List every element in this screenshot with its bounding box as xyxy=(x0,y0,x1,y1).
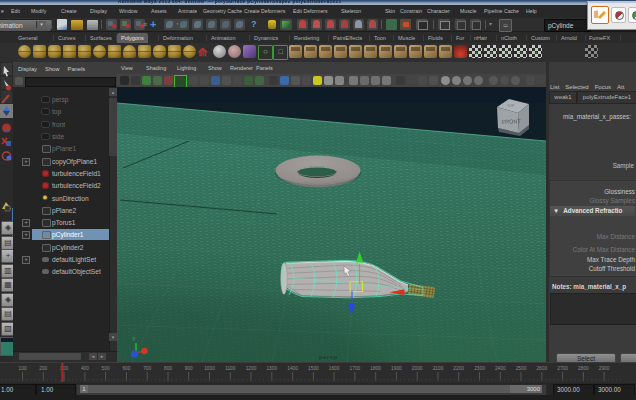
svg-text:2700: 2700 xyxy=(557,366,568,371)
svg-text:400: 400 xyxy=(81,366,89,371)
svg-text:1700: 1700 xyxy=(350,366,361,371)
svg-text:1100: 1100 xyxy=(225,366,236,371)
svg-text:2200: 2200 xyxy=(453,366,464,371)
svg-text:FRONT: FRONT xyxy=(502,118,522,125)
svg-text:100: 100 xyxy=(19,366,27,371)
svg-text:1800: 1800 xyxy=(370,366,381,371)
svg-text:2900: 2900 xyxy=(599,366,610,371)
svg-text:2500: 2500 xyxy=(516,366,527,371)
svg-text:1000: 1000 xyxy=(204,366,215,371)
svg-text:2100: 2100 xyxy=(433,366,444,371)
svg-text:2600: 2600 xyxy=(536,366,547,371)
svg-text:1300: 1300 xyxy=(266,366,277,371)
svg-text:2300: 2300 xyxy=(474,366,485,371)
svg-text:2000: 2000 xyxy=(412,366,423,371)
svg-text:800: 800 xyxy=(164,366,172,371)
svg-text:persp: persp xyxy=(319,354,338,360)
svg-text:500: 500 xyxy=(102,366,110,371)
svg-text:2800: 2800 xyxy=(578,366,589,371)
svg-text:900: 900 xyxy=(185,366,193,371)
svg-text:600: 600 xyxy=(122,366,130,371)
svg-text:200: 200 xyxy=(39,366,47,371)
svg-text:1900: 1900 xyxy=(391,366,402,371)
svg-text:1600: 1600 xyxy=(329,366,340,371)
svg-text:2400: 2400 xyxy=(495,366,506,371)
svg-text:1500: 1500 xyxy=(308,366,319,371)
svg-text:1200: 1200 xyxy=(246,366,257,371)
svg-text:TOP: TOP xyxy=(507,104,515,108)
svg-text:1400: 1400 xyxy=(287,366,298,371)
svg-text:700: 700 xyxy=(143,366,151,371)
